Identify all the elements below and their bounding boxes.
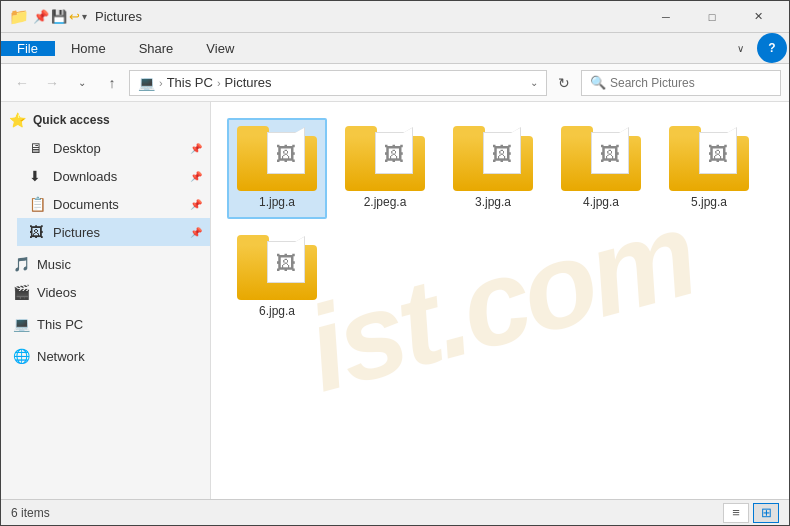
back-button[interactable]: ← bbox=[9, 70, 35, 96]
pin-icon[interactable]: 📌 bbox=[33, 9, 49, 24]
file-label-4: 4.jpg.a bbox=[583, 195, 619, 211]
folder-icon-2: 🖼 bbox=[345, 126, 425, 191]
pictures-icon: 🖼 bbox=[29, 224, 47, 240]
refresh-button[interactable]: ↻ bbox=[551, 70, 577, 96]
pin-downloads-icon: 📌 bbox=[190, 171, 202, 182]
file-label-6: 6.jpg.a bbox=[259, 304, 295, 320]
sidebar-section-network: 🌐 Network bbox=[1, 342, 210, 370]
pin-pictures-icon: 📌 bbox=[190, 227, 202, 238]
help-button[interactable]: ? bbox=[757, 33, 787, 63]
undo-icon[interactable]: ↩ bbox=[69, 9, 80, 24]
sidebar: ⭐ Quick access 🖥 Desktop 📌 ⬇ Downloads 📌 bbox=[1, 102, 211, 499]
recent-locations-button[interactable]: ⌄ bbox=[69, 70, 95, 96]
main-content: ⭐ Quick access 🖥 Desktop 📌 ⬇ Downloads 📌 bbox=[1, 102, 789, 499]
file-item-1[interactable]: 🖼 1.jpg.a bbox=[227, 118, 327, 219]
file-label-1: 1.jpg.a bbox=[259, 195, 295, 211]
pin-documents-icon: 📌 bbox=[190, 199, 202, 210]
ribbon-collapse-button[interactable]: ∨ bbox=[725, 33, 755, 63]
documents-icon: 📋 bbox=[29, 196, 47, 212]
pin-desktop-icon: 📌 bbox=[190, 143, 202, 154]
forward-button[interactable]: → bbox=[39, 70, 65, 96]
sidebar-item-thispc-label: This PC bbox=[37, 317, 83, 332]
search-input[interactable] bbox=[610, 76, 772, 90]
folder-icon-1: 🖼 bbox=[237, 126, 317, 191]
sidebar-item-documents-label: Documents bbox=[53, 197, 119, 212]
save-icon[interactable]: 💾 bbox=[51, 9, 67, 24]
paper-icon-6: 🖼 bbox=[276, 252, 296, 275]
sidebar-section-thispc: 💻 This PC bbox=[1, 310, 210, 338]
sidebar-item-pictures-label: Pictures bbox=[53, 225, 100, 240]
paper-icon-3: 🖼 bbox=[492, 143, 512, 166]
tab-file[interactable]: File bbox=[1, 41, 55, 56]
title-bar: 📁 📌 💾 ↩ ▾ Pictures ─ □ ✕ bbox=[1, 1, 789, 33]
path-crumb-thispc[interactable]: This PC bbox=[167, 75, 213, 90]
path-crumb-pictures[interactable]: Pictures bbox=[225, 75, 272, 90]
file-item-3[interactable]: 🖼 3.jpg.a bbox=[443, 118, 543, 219]
file-item-4[interactable]: 🖼 4.jpg.a bbox=[551, 118, 651, 219]
file-item-6[interactable]: 🖼 6.jpg.a bbox=[227, 227, 327, 328]
file-label-5: 5.jpg.a bbox=[691, 195, 727, 211]
desktop-icon: 🖥 bbox=[29, 140, 47, 156]
minimize-button[interactable]: ─ bbox=[643, 1, 689, 33]
file-item-5[interactable]: 🖼 5.jpg.a bbox=[659, 118, 759, 219]
quick-access-toolbar: 📌 💾 ↩ ▾ bbox=[33, 9, 87, 24]
sidebar-section-media: 🎵 Music 🎬 Videos bbox=[1, 250, 210, 306]
sidebar-item-videos[interactable]: 🎬 Videos bbox=[1, 278, 210, 306]
grid-view-button[interactable]: ⊞ bbox=[753, 503, 779, 523]
sidebar-item-music[interactable]: 🎵 Music bbox=[1, 250, 210, 278]
file-label-3: 3.jpg.a bbox=[475, 195, 511, 211]
view-toggle-buttons: ≡ ⊞ bbox=[723, 503, 779, 523]
paper-icon-1: 🖼 bbox=[276, 143, 296, 166]
ribbon: File Home Share View ∨ ? bbox=[1, 33, 789, 64]
address-path[interactable]: 💻 › This PC › Pictures ⌄ bbox=[129, 70, 547, 96]
sidebar-item-desktop[interactable]: 🖥 Desktop 📌 bbox=[17, 134, 210, 162]
path-computer-icon: 💻 bbox=[138, 75, 155, 91]
close-button[interactable]: ✕ bbox=[735, 1, 781, 33]
sidebar-item-network-label: Network bbox=[37, 349, 85, 364]
item-count: 6 items bbox=[11, 506, 50, 520]
videos-icon: 🎬 bbox=[13, 284, 31, 300]
file-item-2[interactable]: 🖼 2.jpeg.a bbox=[335, 118, 435, 219]
paper-icon-2: 🖼 bbox=[384, 143, 404, 166]
folder-icon-3: 🖼 bbox=[453, 126, 533, 191]
downloads-icon: ⬇ bbox=[29, 168, 47, 184]
tab-share[interactable]: Share bbox=[123, 41, 191, 56]
path-sep-1: › bbox=[159, 77, 163, 89]
folder-icon-4: 🖼 bbox=[561, 126, 641, 191]
sidebar-quickaccess-header: ⭐ Quick access bbox=[1, 106, 210, 134]
sidebar-item-downloads-label: Downloads bbox=[53, 169, 117, 184]
explorer-window: 📁 📌 💾 ↩ ▾ Pictures ─ □ ✕ File Home Share… bbox=[0, 0, 790, 526]
sidebar-item-network[interactable]: 🌐 Network bbox=[1, 342, 210, 370]
sidebar-quickaccess-label: Quick access bbox=[33, 113, 110, 127]
sidebar-item-pictures[interactable]: 🖼 Pictures 📌 bbox=[17, 218, 210, 246]
status-bar: 6 items ≡ ⊞ bbox=[1, 499, 789, 525]
maximize-button[interactable]: □ bbox=[689, 1, 735, 33]
tab-view[interactable]: View bbox=[190, 41, 251, 56]
sidebar-section-quickaccess: ⭐ Quick access 🖥 Desktop 📌 ⬇ Downloads 📌 bbox=[1, 106, 210, 246]
app-icon: 📁 bbox=[9, 9, 29, 25]
paper-icon-4: 🖼 bbox=[600, 143, 620, 166]
paper-icon-5: 🖼 bbox=[708, 143, 728, 166]
list-view-button[interactable]: ≡ bbox=[723, 503, 749, 523]
sidebar-item-videos-label: Videos bbox=[37, 285, 77, 300]
up-button[interactable]: ↑ bbox=[99, 70, 125, 96]
ribbon-tab-row: File Home Share View ∨ ? bbox=[1, 33, 789, 63]
sidebar-quickaccess-items: 🖥 Desktop 📌 ⬇ Downloads 📌 📋 Documents 📌 bbox=[1, 134, 210, 246]
sidebar-item-music-label: Music bbox=[37, 257, 71, 272]
folder-icon-5: 🖼 bbox=[669, 126, 749, 191]
sidebar-item-documents[interactable]: 📋 Documents 📌 bbox=[17, 190, 210, 218]
window-title: Pictures bbox=[95, 9, 643, 24]
path-dropdown-icon[interactable]: ⌄ bbox=[530, 77, 538, 88]
sidebar-item-downloads[interactable]: ⬇ Downloads 📌 bbox=[17, 162, 210, 190]
address-bar: ← → ⌄ ↑ 💻 › This PC › Pictures ⌄ ↻ 🔍 bbox=[1, 64, 789, 102]
file-grid: 🖼 1.jpg.a 🖼 2.jpeg.a bbox=[227, 118, 773, 327]
tab-home[interactable]: Home bbox=[55, 41, 123, 56]
search-box[interactable]: 🔍 bbox=[581, 70, 781, 96]
star-icon: ⭐ bbox=[9, 112, 27, 128]
music-icon: 🎵 bbox=[13, 256, 31, 272]
dropdown-icon[interactable]: ▾ bbox=[82, 11, 87, 22]
window-controls: ─ □ ✕ bbox=[643, 1, 781, 33]
file-label-2: 2.jpeg.a bbox=[364, 195, 407, 211]
file-area: ist.com 🖼 1.jpg.a bbox=[211, 102, 789, 499]
sidebar-item-thispc[interactable]: 💻 This PC bbox=[1, 310, 210, 338]
